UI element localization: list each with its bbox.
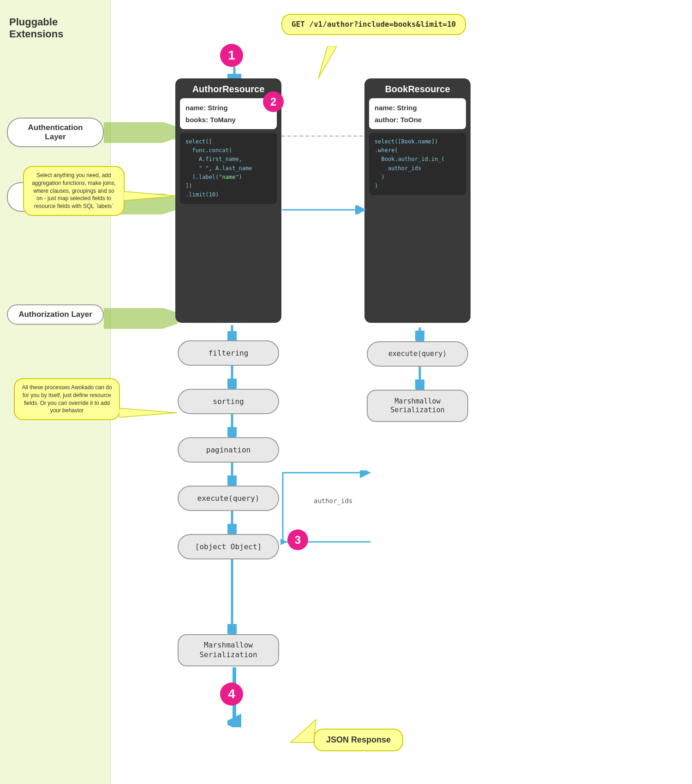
step-1-circle: 1 [220, 44, 243, 67]
arrow-to-marshmallow [227, 559, 237, 636]
book-execute-step: execute(query) [367, 341, 468, 367]
arrow-to-includes [227, 511, 237, 535]
arrow-to-pagination [227, 414, 237, 439]
svg-marker-5 [119, 408, 177, 417]
json-bubble-tail [263, 717, 318, 745]
bubble-tail-3 [119, 406, 179, 420]
step-3-circle: 3 [287, 529, 308, 550]
bubble-tail-1 [314, 46, 341, 83]
execute-step: execute(query) [178, 486, 279, 511]
get-request-bubble: GET /v1/author?include=books&limit=10 [281, 14, 466, 35]
book-resource-box: BookResource name: Stringauthor: ToOne s… [364, 78, 471, 323]
json-response-bubble: JSON Response [314, 729, 403, 751]
auth-arrow [104, 122, 178, 143]
sorting-step: sorting [178, 389, 279, 414]
auto-tip-bubble: All these processes Awokado can do for y… [14, 378, 120, 420]
svg-marker-3 [318, 46, 337, 78]
arrow-to-sorting [227, 366, 237, 390]
filtering-step: filtering [178, 340, 279, 366]
select-tip-bubble: Select anything you need, add aggregatio… [23, 166, 125, 216]
arrow-to-execute [227, 463, 237, 487]
book-resource-title: BookResource [364, 78, 471, 98]
svg-marker-32 [291, 719, 316, 742]
marshmallow-step: MarshmallowSerialization [178, 634, 279, 666]
auth-layer-item: Authentication Layer [7, 118, 104, 147]
author-resource-code: select([ func.concat( A.first_name, " ",… [180, 133, 277, 204]
author-ids-label: author_ids [314, 497, 352, 505]
book-arrow-1 [415, 327, 424, 342]
bubble-tail-2 [124, 189, 179, 203]
arrow-to-book [282, 205, 368, 214]
author-resource-fields: name: Stringbooks: ToMany [180, 98, 277, 129]
dashed-connection [281, 131, 367, 141]
book-resource-fields: name: Stringauthor: ToOne [369, 98, 466, 129]
authz-layer-item: Authorization Layer [7, 304, 104, 325]
page-title: Pluggable Extensions [9, 16, 101, 40]
svg-marker-4 [124, 191, 177, 201]
book-marshmallow-step: Marshmallow Serialization [367, 390, 468, 422]
book-arrow-2 [415, 367, 424, 391]
book-resource-code: select([Book.name]) .where( Book.author_… [369, 133, 466, 195]
pagination-step: pagination [178, 437, 279, 463]
authz-arrow [104, 308, 178, 329]
step-4-circle: 4 [220, 683, 243, 706]
author-resource-box: AuthorResource name: Stringbooks: ToMany… [175, 78, 281, 323]
step-2-circle: 2 [263, 91, 284, 112]
includes-step: [object Object] [178, 534, 279, 559]
